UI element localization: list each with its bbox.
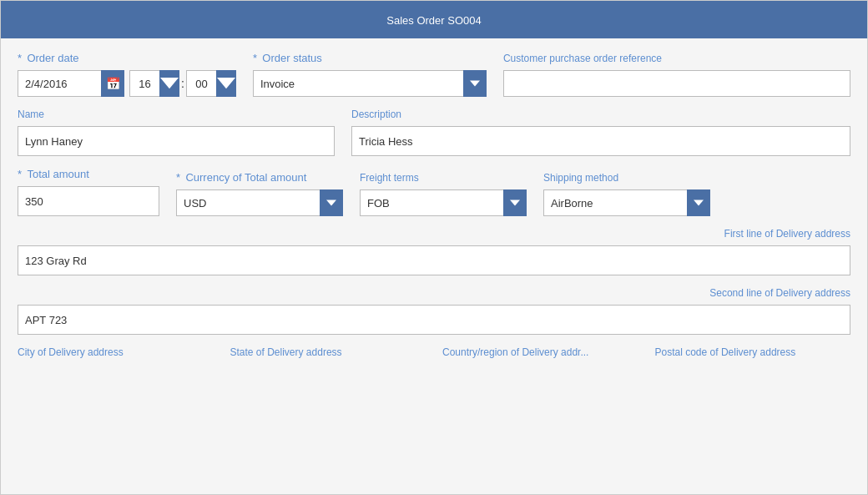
addr1-label: First line of Delivery address bbox=[724, 228, 850, 240]
shipping-method-group: Shipping method AirBorne bbox=[543, 172, 710, 216]
shipping-label: Shipping method bbox=[543, 172, 710, 184]
required-star-status: * bbox=[253, 52, 257, 64]
currency-group: * Currency of Total amount USD bbox=[176, 171, 343, 216]
shipping-value: AirBorne bbox=[543, 189, 687, 216]
chevron-down-icon bbox=[217, 78, 235, 88]
row-6: City of Delivery address State of Delive… bbox=[18, 346, 850, 361]
cpo-reference-group: Customer purchase order reference bbox=[503, 53, 850, 97]
order-date-group: * Order date 📅 16 bbox=[18, 52, 236, 97]
currency-label: * Currency of Total amount bbox=[176, 171, 343, 184]
state-label: State of Delivery address bbox=[230, 346, 426, 358]
freight-select-wrapper: FOB bbox=[360, 189, 527, 216]
title-bar: Sales Order SO004 bbox=[1, 1, 867, 38]
row-5: Second line of Delivery address bbox=[18, 287, 850, 335]
delivery-addr1-input[interactable] bbox=[18, 245, 850, 275]
shipping-select-wrapper: AirBorne bbox=[543, 189, 710, 216]
cpo-label: Customer purchase order reference bbox=[503, 53, 850, 64]
minute-display: 00 bbox=[186, 70, 216, 97]
description-input[interactable] bbox=[351, 126, 850, 156]
order-status-select-wrapper: Invoice bbox=[253, 70, 487, 97]
hour-dropdown-button[interactable] bbox=[159, 70, 179, 97]
freight-dropdown-button[interactable] bbox=[503, 189, 527, 216]
cpo-reference-input[interactable] bbox=[503, 70, 850, 97]
order-status-value: Invoice bbox=[253, 70, 463, 97]
calendar-button[interactable]: 📅 bbox=[101, 70, 124, 97]
chevron-down-icon bbox=[510, 198, 520, 208]
freight-terms-group: Freight terms FOB bbox=[360, 172, 527, 216]
total-amount-label: * Total amount bbox=[18, 168, 159, 180]
name-label: Name bbox=[18, 109, 335, 120]
chevron-down-icon bbox=[694, 198, 704, 208]
chevron-down-icon bbox=[326, 198, 336, 208]
time-colon: : bbox=[179, 70, 186, 97]
form-content: * Order date 📅 16 bbox=[1, 38, 867, 494]
currency-value: USD bbox=[176, 189, 320, 216]
city-group: City of Delivery address bbox=[18, 346, 214, 361]
date-input[interactable] bbox=[18, 70, 101, 97]
state-group: State of Delivery address bbox=[230, 346, 426, 361]
delivery-addr2-input[interactable] bbox=[18, 305, 850, 335]
required-star-total: * bbox=[18, 168, 22, 180]
description-group: Description bbox=[351, 109, 850, 156]
minute-dropdown-button[interactable] bbox=[216, 70, 236, 97]
date-time-group: 📅 16 : 00 bbox=[18, 70, 236, 97]
name-input[interactable] bbox=[18, 126, 335, 156]
row-1: * Order date 📅 16 bbox=[18, 52, 850, 97]
name-group: Name bbox=[18, 109, 335, 156]
main-window: Sales Order SO004 * Order date 📅 16 bbox=[0, 0, 868, 495]
time-wrapper: 16 : 00 bbox=[129, 70, 236, 97]
country-label: Country/region of Delivery addr... bbox=[442, 346, 638, 358]
row-2: Name Description bbox=[18, 109, 850, 156]
currency-dropdown-button[interactable] bbox=[320, 189, 343, 216]
hour-display: 16 bbox=[129, 70, 159, 97]
postal-label: Postal code of Delivery address bbox=[655, 346, 851, 358]
total-amount-input[interactable] bbox=[18, 186, 159, 216]
required-star-date: * bbox=[18, 52, 22, 64]
freight-label: Freight terms bbox=[360, 172, 527, 184]
freight-value: FOB bbox=[360, 189, 503, 216]
total-amount-group: * Total amount bbox=[18, 168, 159, 216]
page-title: Sales Order SO004 bbox=[386, 14, 481, 27]
country-group: Country/region of Delivery addr... bbox=[442, 346, 638, 361]
chevron-down-icon bbox=[160, 78, 179, 88]
order-status-group: * Order status Invoice bbox=[253, 52, 487, 97]
description-label: Description bbox=[351, 109, 850, 120]
row-3: * Total amount * Currency of Total amoun… bbox=[18, 168, 850, 216]
postal-group: Postal code of Delivery address bbox=[655, 346, 851, 361]
order-status-label: * Order status bbox=[253, 52, 487, 64]
row-4: First line of Delivery address bbox=[18, 228, 850, 275]
city-label: City of Delivery address bbox=[18, 346, 214, 358]
chevron-down-icon bbox=[470, 78, 480, 88]
addr2-label: Second line of Delivery address bbox=[709, 287, 850, 299]
order-date-label: * Order date bbox=[18, 52, 236, 64]
currency-select-wrapper: USD bbox=[176, 189, 343, 216]
required-star-currency: * bbox=[176, 171, 180, 184]
shipping-dropdown-button[interactable] bbox=[687, 189, 710, 216]
order-status-dropdown-button[interactable] bbox=[463, 70, 487, 97]
